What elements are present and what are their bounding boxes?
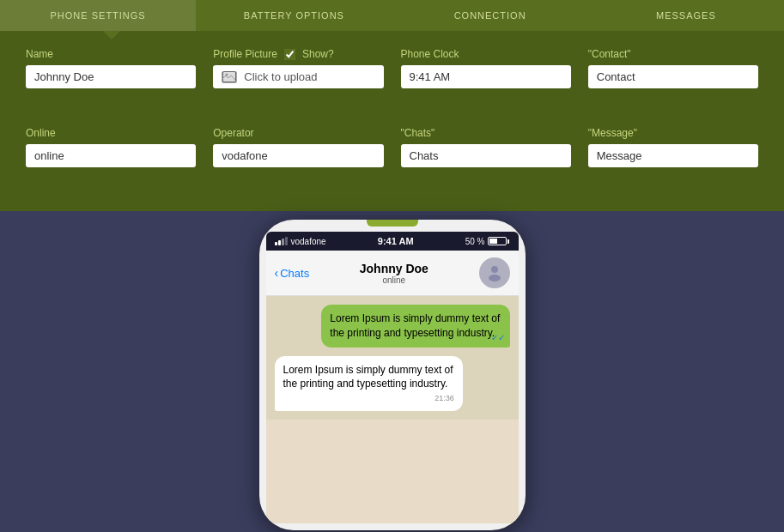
operator-label: Operator [213,127,383,139]
battery-fill [489,239,497,244]
nav-messages[interactable]: MESSAGES [588,0,784,31]
nav-battery-options[interactable]: BATTERY OPTIONS [196,0,392,31]
back-label[interactable]: Chats [280,267,309,280]
signal-bar-4 [285,237,288,245]
name-label: Name [26,48,196,60]
contact-field-group: "Contact" [588,48,758,115]
top-navigation: PHONE SETTINGS BATTERY OPTIONS CONNECTIO… [0,0,784,31]
contact-input[interactable] [588,65,758,88]
phone-clock-input[interactable] [401,65,571,88]
signal-bar-3 [282,239,284,245]
name-field-group: Name [26,48,196,115]
profile-picture-label: Profile Picture [213,48,277,60]
phone-screen: vodafone 9:41 AM 50 % ‹ Chat [266,232,519,523]
operator-input[interactable] [213,144,383,167]
profile-picture-field-group: Profile Picture Show? Click to upload [213,48,383,115]
operator-display: vodafone [291,237,326,246]
status-left: vodafone [275,237,326,246]
chat-header: ‹ Chats Johnny Doe online [266,251,519,296]
chat-contact-status: online [382,275,405,285]
chat-contact-name: Johnny Doe [360,262,428,275]
signal-bar-1 [275,242,277,245]
chat-header-center: Johnny Doe online [316,262,471,285]
tick-mark: ✓✓ [491,332,505,344]
battery-tip [507,239,509,244]
chevron-left-icon: ‹ [275,266,279,280]
status-bar: vodafone 9:41 AM 50 % [266,232,519,251]
message-label: "Message" [588,127,758,139]
upload-button[interactable]: Click to upload [213,65,383,88]
phone-preview-area: vodafone 9:41 AM 50 % ‹ Chat [0,211,784,532]
upload-label: Click to upload [244,70,317,83]
show-checkbox[interactable] [284,49,295,60]
nav-phone-settings[interactable]: PHONE SETTINGS [0,0,196,31]
name-input[interactable] [26,65,196,88]
phone-clock-field-group: Phone Clock [401,48,571,115]
chats-input[interactable] [401,144,571,167]
message-input[interactable] [588,144,758,167]
show-label: Show? [302,48,334,60]
svg-point-3 [489,275,501,281]
avatar [479,257,510,288]
online-input[interactable] [26,144,196,167]
operator-field-group: Operator [213,127,383,194]
chat-messages: Lorem Ipsum is simply dummy text of the … [266,296,519,420]
contact-label: "Contact" [588,48,758,60]
back-button[interactable]: ‹ Chats [275,266,310,280]
signal-bars [275,237,288,245]
chats-field-group: "Chats" [401,127,571,194]
phone-top-button [367,220,418,227]
battery-icon [488,237,509,245]
profile-label-row: Profile Picture Show? [213,48,383,60]
online-label: Online [26,127,196,139]
battery-body [488,237,507,245]
nav-connection[interactable]: CONNECTION [392,0,588,31]
message-received: Lorem Ipsum is simply dummy text of the … [275,356,463,411]
svg-point-2 [491,266,498,273]
image-icon [222,71,237,83]
phone-mockup: vodafone 9:41 AM 50 % ‹ Chat [259,220,526,530]
signal-bar-2 [278,240,281,245]
chats-label: "Chats" [401,127,571,139]
message-sent: Lorem Ipsum is simply dummy text of the … [321,305,509,348]
status-right: 50 % [465,237,510,246]
phone-clock-label: Phone Clock [401,48,571,60]
message-field-group: "Message" [588,127,758,194]
settings-panel: Name Profile Picture Show? Click to uplo… [0,31,784,211]
phone-clock-display: 9:41 AM [378,236,414,246]
message-time: 21:36 [283,393,454,404]
message-sent-text: Lorem Ipsum is simply dummy text of the … [330,312,500,339]
nav-arrow [103,31,120,39]
online-field-group: Online [26,127,196,194]
message-received-text: Lorem Ipsum is simply dummy text of the … [283,364,453,390]
battery-percent: 50 % [465,237,485,246]
